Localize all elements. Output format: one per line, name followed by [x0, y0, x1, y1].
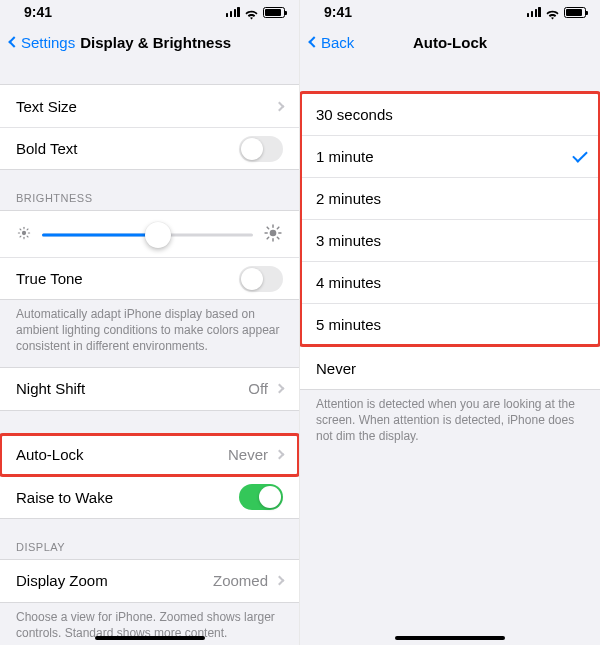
- true-tone-toggle[interactable]: [239, 266, 283, 292]
- chevron-right-icon: [275, 101, 285, 111]
- row-label: Text Size: [16, 98, 77, 115]
- footer-attention: Attention is detected when you are looki…: [300, 390, 600, 449]
- content: Text Size Bold Text BRIGHTNESS: [0, 60, 299, 645]
- svg-point-9: [270, 230, 277, 237]
- group-brightness: True Tone: [0, 210, 299, 300]
- row-option[interactable]: 2 minutes: [300, 177, 600, 219]
- status-right: [527, 7, 586, 18]
- chevron-right-icon: [275, 384, 285, 394]
- footer-true-tone: Automatically adapt iPhone display based…: [0, 300, 299, 359]
- wifi-icon: [545, 7, 560, 18]
- chevron-left-icon: [8, 36, 19, 47]
- row-label: Bold Text: [16, 140, 77, 157]
- row-label: Night Shift: [16, 380, 85, 397]
- row-value: Zoomed: [213, 572, 268, 589]
- page-title: Display & Brightness: [80, 34, 231, 51]
- group-autolock-options: 30 seconds1 minute2 minutes3 minutes4 mi…: [300, 92, 600, 346]
- cellular-signal-icon: [527, 7, 541, 17]
- raise-to-wake-toggle[interactable]: [239, 484, 283, 510]
- nav-bar: Back Auto-Lock: [300, 24, 600, 60]
- status-time: 9:41: [24, 4, 52, 20]
- row-label: True Tone: [16, 270, 83, 287]
- page-title: Auto-Lock: [300, 34, 600, 51]
- checkmark-icon: [572, 147, 588, 163]
- battery-icon: [263, 7, 285, 18]
- sun-dim-icon: [16, 225, 32, 245]
- group-display-zoom: Display Zoom Zoomed: [0, 559, 299, 603]
- home-indicator: [395, 636, 505, 640]
- row-bold-text[interactable]: Bold Text: [0, 127, 299, 169]
- row-label: 30 seconds: [316, 106, 393, 123]
- svg-line-5: [20, 229, 21, 230]
- row-text-size[interactable]: Text Size: [0, 85, 299, 127]
- status-bar: 9:41: [300, 0, 600, 24]
- row-option-never[interactable]: Never: [300, 347, 600, 389]
- row-label: Auto-Lock: [16, 446, 84, 463]
- group-lock: Auto-Lock Never Raise to Wake: [0, 433, 299, 519]
- nav-bar: Settings Display & Brightness: [0, 24, 299, 60]
- svg-line-8: [27, 229, 28, 230]
- screen-display-brightness: 9:41 Settings Display & Brightness: [0, 0, 300, 645]
- bold-text-toggle[interactable]: [239, 136, 283, 162]
- group-autolock-never: Never: [300, 346, 600, 390]
- row-label: 1 minute: [316, 148, 374, 165]
- row-label: Display Zoom: [16, 572, 108, 589]
- row-value: Off: [248, 380, 268, 397]
- section-header-brightness: BRIGHTNESS: [0, 170, 299, 210]
- back-label: Settings: [21, 34, 75, 51]
- wifi-icon: [244, 7, 259, 18]
- svg-line-6: [27, 236, 28, 237]
- screen-auto-lock: 9:41 Back Auto-Lock 30 seconds1 minute2 …: [300, 0, 600, 645]
- section-header-display: DISPLAY: [0, 519, 299, 559]
- status-bar: 9:41: [0, 0, 299, 24]
- svg-line-15: [277, 237, 279, 239]
- svg-line-16: [267, 237, 269, 239]
- sun-bright-icon: [263, 223, 283, 247]
- row-raise-to-wake[interactable]: Raise to Wake: [0, 476, 299, 518]
- svg-line-7: [20, 236, 21, 237]
- svg-line-17: [277, 227, 279, 229]
- svg-point-0: [22, 231, 26, 235]
- row-option[interactable]: 3 minutes: [300, 219, 600, 261]
- row-option[interactable]: 1 minute: [300, 135, 600, 177]
- svg-line-14: [267, 227, 269, 229]
- battery-icon: [564, 7, 586, 18]
- row-night-shift[interactable]: Night Shift Off: [0, 368, 299, 410]
- brightness-slider[interactable]: [42, 221, 253, 249]
- chevron-right-icon: [275, 450, 285, 460]
- row-label: Raise to Wake: [16, 489, 113, 506]
- row-value: Never: [228, 446, 268, 463]
- group-text: Text Size Bold Text: [0, 84, 299, 170]
- row-option[interactable]: 4 minutes: [300, 261, 600, 303]
- row-label: 5 minutes: [316, 316, 381, 333]
- content: 30 seconds1 minute2 minutes3 minutes4 mi…: [300, 60, 600, 449]
- row-label: 2 minutes: [316, 190, 381, 207]
- status-right: [226, 7, 285, 18]
- brightness-slider-row: [0, 211, 299, 257]
- row-label: 4 minutes: [316, 274, 381, 291]
- row-option[interactable]: 30 seconds: [300, 93, 600, 135]
- status-time: 9:41: [324, 4, 352, 20]
- group-night-shift: Night Shift Off: [0, 367, 299, 411]
- chevron-right-icon: [275, 576, 285, 586]
- row-label: 3 minutes: [316, 232, 381, 249]
- cellular-signal-icon: [226, 7, 240, 17]
- row-display-zoom[interactable]: Display Zoom Zoomed: [0, 560, 299, 602]
- row-true-tone[interactable]: True Tone: [0, 257, 299, 299]
- row-option[interactable]: 5 minutes: [300, 303, 600, 345]
- back-button[interactable]: Settings: [10, 34, 75, 51]
- row-auto-lock[interactable]: Auto-Lock Never: [0, 434, 299, 476]
- row-label: Never: [316, 360, 356, 377]
- home-indicator: [95, 636, 205, 640]
